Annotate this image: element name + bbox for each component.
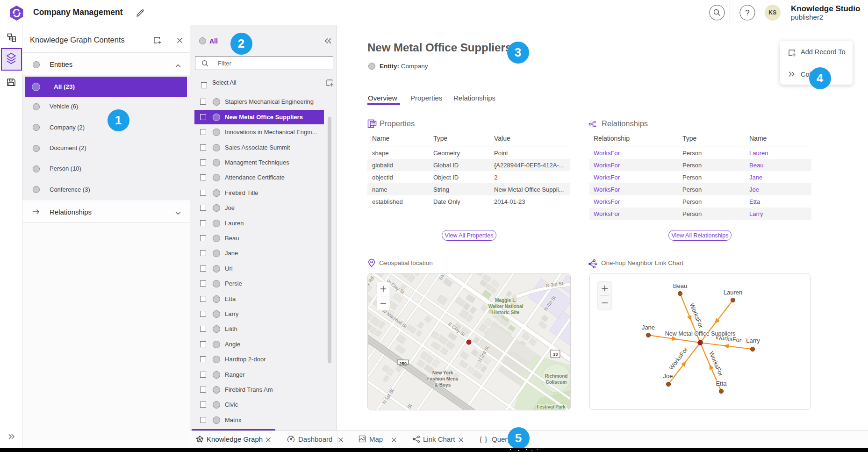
svg-text:Beau: Beau bbox=[673, 282, 687, 289]
svg-text:Coliseum: Coliseum bbox=[545, 380, 567, 385]
svg-text:Lauren: Lauren bbox=[724, 289, 742, 296]
svg-text:Walker National: Walker National bbox=[488, 304, 524, 309]
svg-text:Maggie L.: Maggie L. bbox=[495, 298, 516, 303]
svg-text:Jane: Jane bbox=[642, 324, 655, 331]
svg-text:New York: New York bbox=[432, 370, 453, 375]
svg-text:Historic Site: Historic Site bbox=[492, 310, 520, 315]
svg-text:?: ? bbox=[745, 8, 749, 17]
svg-text:Joe: Joe bbox=[663, 373, 673, 380]
svg-text:Etta: Etta bbox=[716, 380, 727, 387]
svg-text:Fashion Mens: Fashion Mens bbox=[427, 376, 459, 381]
svg-text:250: 250 bbox=[399, 361, 407, 366]
svg-text:WorksFor: WorksFor bbox=[708, 350, 725, 377]
svg-text:Festival Park: Festival Park bbox=[537, 404, 566, 409]
svg-text:& Boys: & Boys bbox=[435, 382, 451, 387]
svg-text:WorksFor: WorksFor bbox=[668, 346, 689, 371]
svg-text:New Metal Office Suppliers: New Metal Office Suppliers bbox=[665, 330, 736, 337]
svg-text:Larry: Larry bbox=[746, 337, 760, 344]
svg-text:Richmond: Richmond bbox=[545, 373, 568, 379]
svg-text:33: 33 bbox=[553, 352, 558, 357]
